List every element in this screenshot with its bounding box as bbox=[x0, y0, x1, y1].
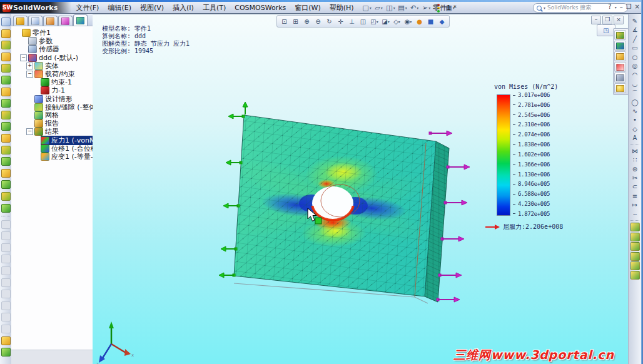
tab-featuremanager[interactable] bbox=[13, 16, 28, 26]
polygon-button[interactable]: ◇ bbox=[630, 125, 640, 133]
menu-window[interactable]: 窗口(W) bbox=[290, 3, 325, 13]
pan-button[interactable]: ✛ bbox=[335, 17, 346, 26]
revolved-boss-button[interactable] bbox=[1, 41, 11, 49]
revolved-cut-button[interactable] bbox=[1, 99, 11, 108]
close-button[interactable]: × bbox=[635, 3, 640, 10]
shell-button[interactable] bbox=[1, 169, 11, 178]
menu-file[interactable]: 文件(F) bbox=[71, 3, 103, 13]
tree-item-params[interactable]: 参数 bbox=[13, 37, 93, 45]
graphics-viewport[interactable]: x z ⊡⊞⊕⊖↻✛⊥◫◰▾◪▾◇▾◉▾●■◆ –❒× ◳ 模型名称: 零件1算… bbox=[93, 14, 628, 364]
restore-button[interactable]: ❒ bbox=[626, 3, 632, 10]
tree-item-solids[interactable]: +实体 bbox=[13, 62, 93, 70]
fillet-button[interactable] bbox=[1, 134, 11, 143]
extruded-boss-button[interactable] bbox=[1, 29, 11, 38]
cosmos-plot-button[interactable] bbox=[614, 41, 626, 51]
section-view-button[interactable]: ◫ bbox=[358, 17, 368, 26]
tab-configurationmanager[interactable] bbox=[43, 16, 58, 26]
zoom-in-out-button[interactable]: ⊕ bbox=[301, 17, 312, 26]
appearance-button[interactable]: ● bbox=[414, 17, 425, 26]
select-button[interactable]: ➢▾ bbox=[422, 3, 432, 13]
tree-item-design[interactable]: 设计情形 bbox=[13, 95, 93, 103]
ellipse-button[interactable]: ◯ bbox=[630, 98, 640, 106]
tree-item-contact[interactable]: 接触/缝隙 (-整体: 接 bbox=[13, 103, 93, 111]
tree-expander[interactable]: − bbox=[26, 128, 33, 135]
point-button[interactable]: • bbox=[630, 116, 640, 124]
dropdown-caret-icon[interactable]: ▾ bbox=[393, 6, 395, 10]
perimeter-circle-button[interactable]: ◎ bbox=[630, 62, 640, 70]
render-button[interactable]: ◆ bbox=[437, 17, 447, 26]
display-style-button[interactable]: ◪▾ bbox=[380, 17, 391, 26]
dropdown-caret-icon[interactable]: ▾ bbox=[428, 6, 430, 10]
tree-item-displacement[interactable]: 位移1 (-合位移-) bbox=[13, 144, 93, 153]
doc-minimize-button[interactable]: – bbox=[591, 16, 601, 24]
scene-button[interactable]: ■ bbox=[425, 17, 436, 26]
trim-entities-button[interactable]: ✂ bbox=[630, 174, 640, 182]
tree-item-loads[interactable]: −载荷/约束 bbox=[13, 70, 93, 78]
view-orientation-button[interactable]: ◰▾ bbox=[369, 17, 380, 26]
tree-item-part[interactable]: 零件1 bbox=[13, 29, 93, 37]
rib-button[interactable] bbox=[1, 157, 11, 166]
draft-button[interactable] bbox=[1, 180, 11, 189]
sketch-button[interactable] bbox=[1, 18, 11, 26]
extruded-cut-button[interactable] bbox=[1, 76, 11, 84]
hide-show-items-button[interactable]: ◉▾ bbox=[403, 17, 413, 26]
cosmos-options-button[interactable] bbox=[614, 73, 626, 83]
dropdown-caret-icon[interactable]: ▾ bbox=[398, 19, 400, 24]
dropdown-caret-icon[interactable]: ▾ bbox=[417, 6, 418, 10]
spline-button[interactable]: ∿ bbox=[630, 107, 640, 115]
menu-help[interactable]: 帮助(H) bbox=[325, 3, 358, 13]
tree-expander[interactable]: + bbox=[26, 63, 33, 69]
tree-item-mesh[interactable]: 网格 bbox=[13, 111, 93, 119]
zoom-to-area-button[interactable]: ⊞ bbox=[290, 17, 301, 26]
lofted-boss-button[interactable] bbox=[1, 64, 11, 73]
menu-cosmosworks[interactable]: COSMOSWorks bbox=[230, 3, 290, 13]
menu-edit[interactable]: 编辑(E) bbox=[103, 3, 136, 13]
move-entities-button[interactable]: ↦ bbox=[630, 201, 640, 209]
tool-e-button[interactable] bbox=[630, 261, 640, 270]
tangent-arc-button[interactable]: ◡ bbox=[630, 80, 640, 88]
doc-close-button[interactable]: × bbox=[614, 16, 624, 24]
dropdown-caret-icon[interactable]: ▾ bbox=[381, 6, 383, 10]
minimize-button[interactable]: – bbox=[620, 3, 623, 10]
mirror-entities-button[interactable]: ⋈ bbox=[630, 147, 640, 155]
centerpoint-arc-button[interactable]: ◠ bbox=[630, 71, 640, 79]
dropdown-caret-icon[interactable]: ▾ bbox=[388, 19, 390, 24]
tree-item-results[interactable]: −结果 bbox=[13, 128, 93, 136]
circle-button[interactable]: ○ bbox=[630, 53, 640, 61]
circular-sketch-pattern-button[interactable]: ⊛ bbox=[630, 165, 640, 173]
offset-entities-button[interactable]: ≡ bbox=[630, 192, 640, 200]
menu-insert[interactable]: 插入(I) bbox=[168, 3, 198, 13]
smart-dimension-button[interactable]: ∡ bbox=[630, 26, 640, 34]
tree-item-sensors[interactable]: 传感器 bbox=[13, 45, 93, 53]
tab-dimxpertmanager[interactable] bbox=[58, 16, 73, 26]
dropdown-caret-icon[interactable]: ▾ bbox=[405, 6, 407, 10]
menu-view[interactable]: 视图(V) bbox=[136, 3, 168, 13]
convert-entities-button[interactable]: ⊂ bbox=[630, 183, 640, 191]
linear-sketch-pattern-button[interactable]: ∷ bbox=[630, 156, 640, 164]
sketch-tool-button[interactable]: ✎ bbox=[630, 17, 640, 25]
tree-item-stress[interactable]: 应力1 (-vonMise bbox=[13, 136, 93, 144]
dropdown-caret-icon[interactable]: ▾ bbox=[410, 19, 412, 24]
swept-cut-button[interactable] bbox=[1, 111, 11, 119]
tab-cosmosworks[interactable] bbox=[73, 14, 88, 26]
tool-b-button[interactable] bbox=[630, 233, 640, 241]
rotate-view-button[interactable]: ↻ bbox=[324, 17, 335, 26]
cosmos-folder-button[interactable] bbox=[614, 51, 626, 61]
combine-button[interactable] bbox=[1, 348, 11, 356]
tree-expander[interactable]: − bbox=[26, 71, 33, 78]
tree-item-strain[interactable]: 应变1 (-等量-) bbox=[13, 153, 93, 161]
linear-pattern-button[interactable] bbox=[1, 192, 11, 201]
construction-geometry-button[interactable]: ╌ bbox=[630, 210, 640, 218]
cosmos-help-button[interactable] bbox=[614, 83, 626, 93]
dropdown-caret-icon[interactable]: ▾ bbox=[370, 6, 372, 10]
zoom-to-fit-button[interactable]: ⊡ bbox=[279, 17, 290, 26]
split-button[interactable] bbox=[1, 336, 11, 345]
tree-item-study[interactable]: −ddd (-默认-) bbox=[13, 54, 93, 62]
new-button[interactable]: ▢▾ bbox=[362, 3, 372, 13]
zoom-to-selection-button[interactable]: ⊖ bbox=[313, 17, 323, 26]
tree-item-report[interactable]: 报告 bbox=[13, 119, 93, 128]
help-caret-icon[interactable]: ▾ bbox=[615, 5, 617, 10]
save-button[interactable]: ◫▾ bbox=[386, 3, 396, 13]
chamfer-button[interactable] bbox=[1, 146, 11, 154]
swept-boss-button[interactable] bbox=[1, 53, 11, 61]
